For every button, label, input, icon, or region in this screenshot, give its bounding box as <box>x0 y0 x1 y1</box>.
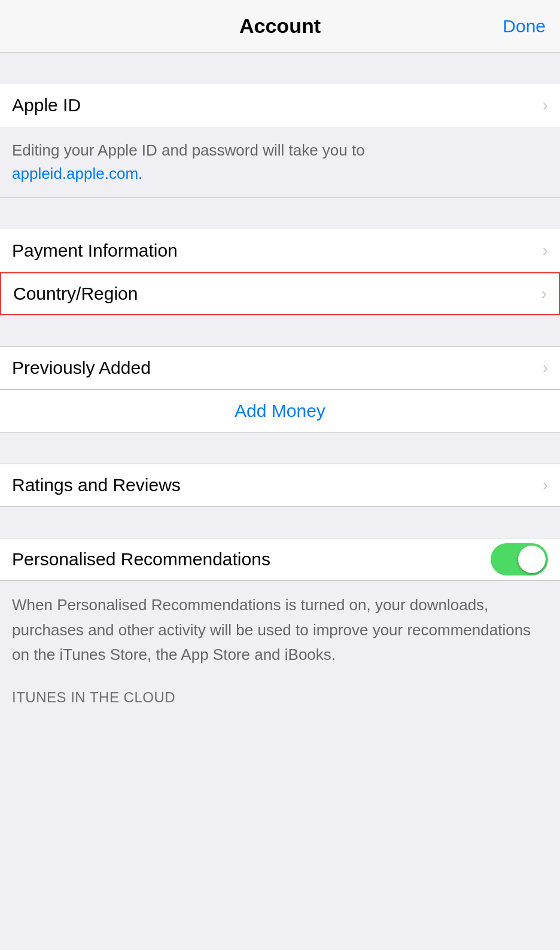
mid-spacer-2 <box>0 315 560 346</box>
ratings-reviews-row[interactable]: Ratings and Reviews › <box>0 464 560 507</box>
ratings-reviews-label: Ratings and Reviews <box>12 475 181 495</box>
apple-id-link[interactable]: appleid.apple.com. <box>12 165 142 182</box>
page-title: Account <box>239 14 321 38</box>
done-button[interactable]: Done <box>503 16 546 36</box>
previously-added-label: Previously Added <box>12 358 151 378</box>
personalised-recommendations-row[interactable]: Personalised Recommendations <box>0 538 560 581</box>
navigation-bar: Account Done <box>0 0 560 53</box>
ratings-reviews-chevron-icon: › <box>543 476 548 495</box>
top-spacer <box>0 53 560 84</box>
country-region-label: Country/Region <box>13 284 138 304</box>
country-region-row[interactable]: Country/Region › <box>0 272 560 315</box>
payment-information-label: Payment Information <box>12 240 178 261</box>
payment-chevron-icon: › <box>543 241 548 260</box>
add-money-label: Add Money <box>235 401 325 421</box>
payment-information-row[interactable]: Payment Information › <box>0 229 560 272</box>
mid-spacer-1 <box>0 198 560 229</box>
toggle-thumb <box>518 546 546 573</box>
apple-id-group: Apple ID › <box>0 84 560 127</box>
add-money-row[interactable]: Add Money <box>0 389 560 433</box>
recommendations-footer: When Personalised Recommendations is tur… <box>0 581 560 677</box>
previously-added-group: Previously Added › Add Money <box>0 346 560 433</box>
apple-id-label: Apple ID <box>12 95 81 115</box>
apple-id-note-line1: Editing your Apple ID and password will … <box>12 141 365 159</box>
country-region-chevron-icon: › <box>541 284 547 303</box>
apple-id-row[interactable]: Apple ID › <box>0 84 560 127</box>
payment-group: Payment Information › Country/Region › <box>0 229 560 315</box>
recommendations-group: Personalised Recommendations <box>0 538 560 581</box>
ratings-group: Ratings and Reviews › <box>0 464 560 507</box>
previously-added-row[interactable]: Previously Added › <box>0 346 560 389</box>
mid-spacer-4 <box>0 507 560 538</box>
itunes-cloud-section-header: ITUNES IN THE CLOUD <box>0 677 560 713</box>
apple-id-note: Editing your Apple ID and password will … <box>12 141 365 182</box>
itunes-cloud-label: ITUNES IN THE CLOUD <box>12 689 175 705</box>
apple-id-chevron-icon: › <box>543 96 548 115</box>
apple-id-info-cell: Editing your Apple ID and password will … <box>0 127 560 198</box>
personalised-recommendations-label: Personalised Recommendations <box>12 549 270 570</box>
toggle-track <box>491 543 548 576</box>
previously-added-chevron-icon: › <box>543 358 548 377</box>
recommendations-note: When Personalised Recommendations is tur… <box>12 596 531 663</box>
personalised-recommendations-toggle[interactable] <box>491 543 548 576</box>
mid-spacer-3 <box>0 433 560 464</box>
